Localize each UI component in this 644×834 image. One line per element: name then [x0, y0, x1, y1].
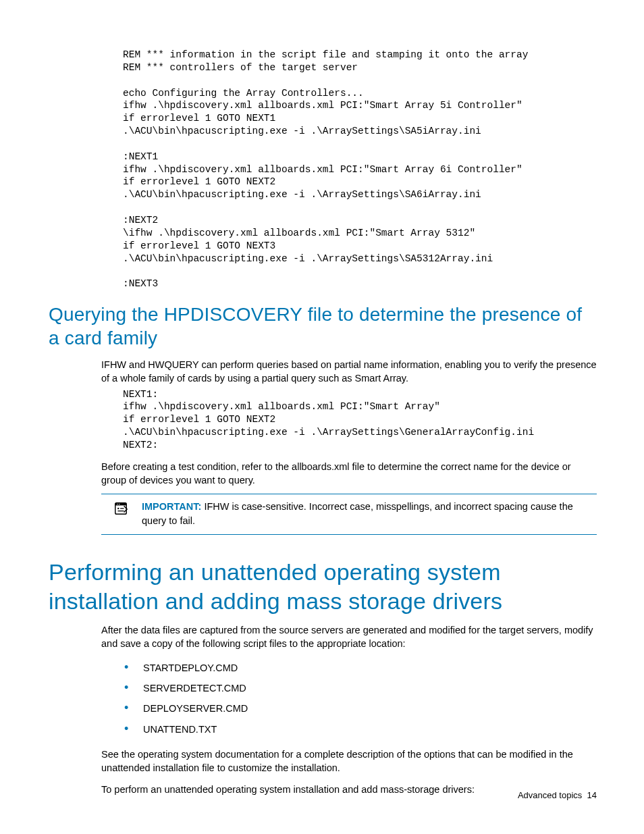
paragraph-before-test-condition: Before creating a test condition, refer …	[101, 460, 597, 488]
important-note-box: IMPORTANT: IFHW is case-sensitive. Incor…	[101, 494, 597, 535]
svg-point-2	[117, 504, 117, 504]
list-item: SERVERDETECT.CMD	[122, 678, 597, 698]
script-file-list: STARTDEPLOY.CMD SERVERDETECT.CMD DEPLOYS…	[122, 658, 597, 739]
page-footer: Advanced topics 14	[518, 790, 597, 800]
paragraph-after-data-files: After the data files are captured from t…	[101, 623, 597, 651]
paragraph-see-os-docs: See the operating system documentation f…	[101, 748, 597, 775]
footer-section-title: Advanced topics	[518, 790, 582, 800]
code-block-array-controllers: REM *** information in the script file a…	[123, 49, 597, 290]
list-item: STARTDEPLOY.CMD	[122, 658, 597, 678]
list-item: DEPLOYSERVER.CMD	[122, 698, 597, 719]
paragraph-ifhw-hwquery: IFHW and HWQUERY can perform queries bas…	[101, 358, 597, 386]
code-block-partial-query: NEXT1: ifhw .\hpdiscovery.xml allboards.…	[123, 388, 603, 452]
list-item: UNATTEND.TXT	[122, 719, 597, 739]
svg-point-3	[119, 504, 119, 504]
heading-performing-unattended: Performing an unattended operating syste…	[49, 558, 597, 615]
footer-page-number: 14	[587, 790, 597, 800]
important-icon	[113, 501, 130, 519]
heading-querying-hpdiscovery: Querying the HPDISCOVERY file to determi…	[49, 303, 597, 350]
important-note-text: IMPORTANT: IFHW is case-sensitive. Incor…	[142, 500, 597, 527]
important-label: IMPORTANT:	[142, 501, 201, 512]
important-body: IFHW is case-sensitive. Incorrect case, …	[142, 501, 573, 525]
